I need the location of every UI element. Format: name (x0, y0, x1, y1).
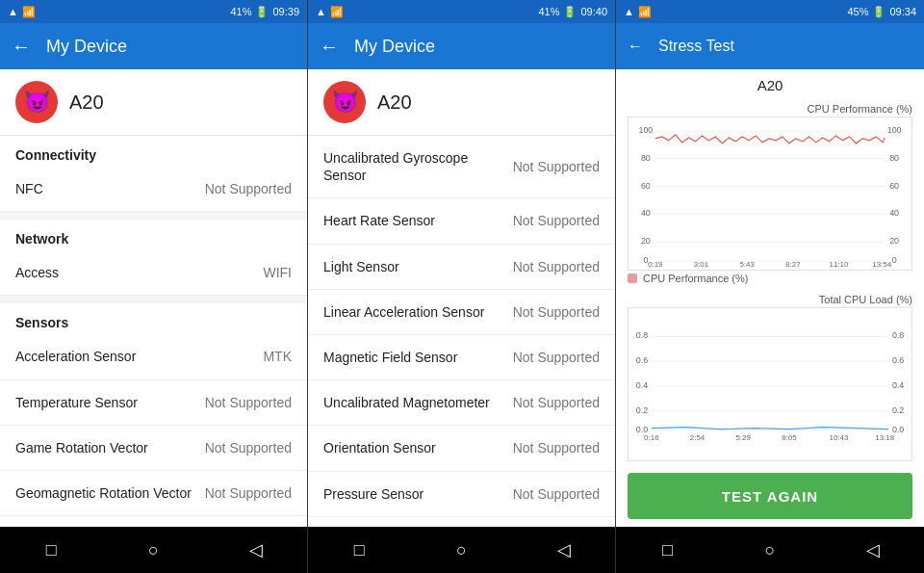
label-geo-rot: Geomagnetic Rotation Vector (15, 484, 197, 502)
row-proximity: Proximity Sensor MTK (308, 517, 615, 527)
section-sensors: Sensors (0, 303, 307, 334)
label-uncal-gyro: Uncalibrated Gyroscope Sensor (323, 149, 505, 184)
row-geo-rot: Geomagnetic Rotation Vector Not Supporte… (0, 471, 307, 516)
nav-back-1[interactable]: ◁ (237, 531, 275, 569)
svg-text:80: 80 (641, 153, 651, 163)
status-left-2: ▲ 📶 (316, 6, 344, 18)
svg-text:60: 60 (889, 181, 899, 191)
status-bar-1: ▲ 📶 41% 🔋 09:39 (0, 0, 307, 23)
status-bar-3: ▲ 📶 45% 🔋 09:34 (616, 0, 924, 23)
svg-text:40: 40 (889, 208, 899, 218)
value-mag-field: Not Supported (513, 350, 600, 365)
nav-bar-1: □ ○ ◁ (0, 527, 307, 573)
nav-square-2[interactable]: □ (340, 531, 378, 569)
svg-text:0:19: 0:19 (648, 260, 663, 269)
nav-circle-1[interactable]: ○ (134, 531, 172, 569)
svg-text:13:18: 13:18 (875, 433, 894, 442)
time-1: 09:39 (272, 6, 299, 17)
value-game-rot: Not Supported (205, 440, 292, 456)
device-emoji-2: 😈 (332, 90, 358, 115)
row-gravity: Gravity Sensor Not Supported (0, 516, 307, 527)
test-again-button[interactable]: TEST AGAIN (628, 473, 912, 519)
panel-content-2: Uncalibrated Gyroscope Sensor Not Suppor… (308, 136, 615, 527)
back-button-2[interactable]: ← (320, 36, 339, 58)
svg-text:10:43: 10:43 (830, 433, 849, 442)
status-right-2: 41% 🔋 09:40 (538, 6, 607, 18)
svg-text:0.4: 0.4 (892, 380, 904, 390)
nav-back-2[interactable]: ◁ (545, 531, 583, 569)
device-info-1: 😈 A20 (0, 69, 307, 135)
svg-text:80: 80 (889, 153, 899, 163)
value-linear-accel: Not Supported (513, 304, 600, 320)
row-temp: Temperature Sensor Not Supported (0, 380, 307, 426)
value-temp: Not Supported (205, 395, 292, 410)
nav-circle-3[interactable]: ○ (751, 531, 789, 569)
chart2-container: 0.8 0.6 0.4 0.2 0.0 0.8 0.6 0.4 0.2 0.0 (628, 307, 912, 461)
row-accel: Acceleration Sensor MTK (0, 334, 307, 379)
time-3: 09:34 (889, 6, 916, 17)
svg-text:0.6: 0.6 (892, 355, 904, 365)
legend-dot-cpu (628, 273, 637, 283)
chart1-svg: 100 80 60 40 20 0 100 80 60 40 20 0 (629, 117, 911, 270)
label-heart-rate: Heart Rate Sensor (323, 212, 505, 229)
device-emoji-1: 😈 (24, 90, 50, 115)
row-linear-accel: Linear Acceleration Sensor Not Supported (308, 290, 615, 335)
signal-icon-2: ▲ (316, 6, 326, 17)
svg-text:0.8: 0.8 (892, 330, 904, 340)
thick-divider-1 (0, 212, 307, 220)
page-title-1: My Device (46, 37, 127, 57)
top-bar-1: ← My Device (0, 23, 307, 69)
row-uncal-mag: Uncalibrated Magnetometer Not Supported (308, 380, 615, 426)
svg-text:13:54: 13:54 (872, 260, 891, 269)
row-access: Access WIFI (0, 250, 307, 296)
svg-text:8:27: 8:27 (785, 260, 801, 269)
thick-divider-2 (0, 296, 307, 303)
nav-bar-2: □ ○ ◁ (308, 527, 615, 573)
value-accel: MTK (263, 349, 292, 364)
section-network: Network (0, 220, 307, 250)
nav-back-3[interactable]: ◁ (854, 531, 892, 569)
svg-text:0.4: 0.4 (636, 380, 648, 390)
svg-text:20: 20 (889, 236, 899, 246)
label-uncal-mag: Uncalibrated Magnetometer (323, 394, 505, 411)
page-title-2: My Device (354, 37, 435, 57)
svg-text:0.2: 0.2 (892, 405, 904, 415)
svg-text:100: 100 (638, 125, 653, 135)
label-pressure: Pressure Sensor (323, 485, 505, 503)
svg-text:0:16: 0:16 (644, 433, 659, 442)
svg-text:2:54: 2:54 (690, 433, 706, 442)
value-access: WIFI (263, 265, 292, 280)
value-uncal-gyro: Not Supported (513, 159, 600, 174)
row-heart-rate: Heart Rate Sensor Not Supported (308, 198, 615, 244)
chart1-section: CPU Performance (%) 100 80 60 40 20 0 10… (628, 103, 912, 286)
nav-square-1[interactable]: □ (32, 531, 70, 569)
chart1-container: 100 80 60 40 20 0 100 80 60 40 20 0 (628, 117, 912, 271)
svg-text:5:29: 5:29 (735, 433, 751, 442)
svg-text:100: 100 (887, 125, 902, 135)
panel-2: ▲ 📶 41% 🔋 09:40 ← My Device 😈 A20 Uncali… (308, 0, 616, 573)
battery-icon-1: 🔋 (255, 6, 269, 18)
device-icon-1: 😈 (15, 81, 58, 123)
legend-label-cpu: CPU Performance (%) (643, 273, 748, 284)
svg-text:8:05: 8:05 (782, 433, 797, 442)
label-light: Light Sensor (323, 258, 505, 275)
label-accel: Acceleration Sensor (15, 348, 255, 365)
device-name-1: A20 (69, 91, 104, 114)
chart2-section: Total CPU Load (%) 0.8 0.6 0.4 0.2 0.0 0… (628, 294, 912, 461)
row-pressure: Pressure Sensor Not Supported (308, 472, 615, 517)
chart1-device-title: A20 (628, 77, 912, 93)
label-orientation: Orientation Sensor (323, 439, 505, 456)
status-bar-2: ▲ 📶 41% 🔋 09:40 (308, 0, 615, 23)
row-uncal-gyro: Uncalibrated Gyroscope Sensor Not Suppor… (308, 136, 615, 198)
back-button-3[interactable]: ← (628, 38, 643, 55)
label-nfc: NFC (15, 180, 197, 197)
device-icon-2: 😈 (323, 81, 366, 123)
svg-text:20: 20 (641, 236, 651, 246)
nav-square-3[interactable]: □ (648, 531, 686, 569)
back-button-1[interactable]: ← (12, 36, 31, 58)
svg-text:5:43: 5:43 (739, 260, 755, 269)
device-name-2: A20 (377, 91, 412, 114)
status-right-3: 45% 🔋 09:34 (847, 6, 916, 18)
nav-circle-2[interactable]: ○ (442, 531, 480, 569)
battery-icon-3: 🔋 (872, 6, 886, 18)
